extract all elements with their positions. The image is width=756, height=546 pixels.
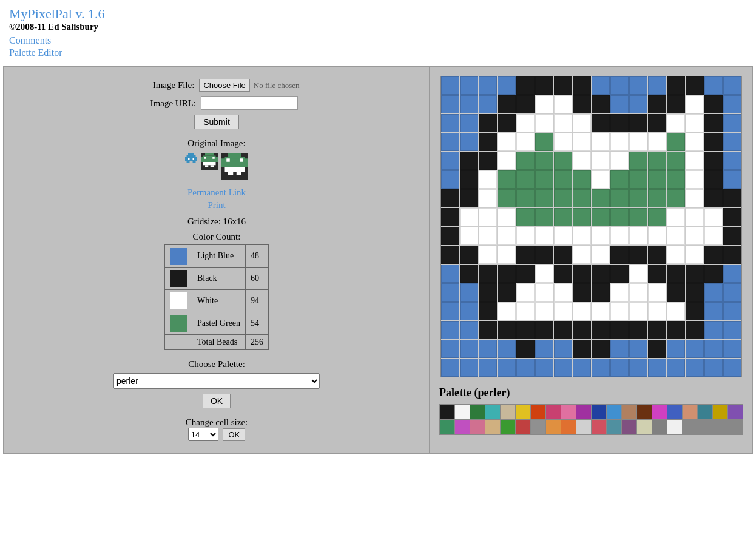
- palette-ok-button[interactable]: OK: [203, 394, 231, 408]
- palette-swatch-item[interactable]: [485, 420, 500, 434]
- pixel-cell: [460, 321, 478, 339]
- svg-rect-14: [205, 165, 208, 167]
- pixel-cell: [573, 189, 591, 207]
- palette-swatch-item[interactable]: [561, 420, 576, 434]
- palette-swatch-item[interactable]: [592, 420, 606, 434]
- palette-swatch-item[interactable]: [531, 420, 545, 434]
- palette-swatch-item[interactable]: [713, 405, 727, 419]
- palette-swatch-item[interactable]: [607, 420, 621, 434]
- palette-swatch-item[interactable]: [576, 420, 591, 434]
- pixel-cell: [498, 152, 516, 170]
- pixel-cell: [535, 340, 553, 358]
- pixel-cell: [610, 302, 629, 320]
- color-count-title: Color Count:: [22, 232, 411, 242]
- pixel-cell: [667, 359, 685, 377]
- image-url-input[interactable]: [201, 96, 298, 110]
- palette-swatch-item[interactable]: [501, 420, 515, 434]
- pixel-cell: [610, 152, 629, 170]
- pixel-cell: [554, 152, 572, 170]
- palette-swatches: [439, 404, 743, 435]
- pixel-cell: [441, 283, 459, 302]
- pixel-cell: [516, 321, 535, 339]
- pixel-cell: [723, 283, 741, 302]
- file-input-wrapper: Choose File No file chosen: [199, 79, 299, 92]
- cell-size-select[interactable]: 14 16 20 24: [188, 428, 218, 441]
- palette-swatch-item[interactable]: [546, 405, 561, 419]
- palette-swatch-item[interactable]: [652, 405, 667, 419]
- palette-swatch-item[interactable]: [546, 420, 561, 434]
- pixel-cell: [723, 189, 741, 207]
- palette-swatch-item[interactable]: [698, 405, 712, 419]
- pixel-cell: [573, 95, 591, 113]
- pixel-cell: [554, 95, 572, 113]
- palette-swatch-item[interactable]: [622, 420, 636, 434]
- pixel-cell: [723, 95, 741, 113]
- comments-link[interactable]: Comments: [9, 35, 747, 46]
- palette-swatch-item[interactable]: [455, 420, 470, 434]
- print-link[interactable]: Print: [22, 200, 411, 211]
- color-table-row: Black60: [164, 268, 268, 290]
- palette-swatch-item[interactable]: [470, 420, 485, 434]
- choose-file-button[interactable]: Choose File: [199, 79, 249, 92]
- palette-swatch-item[interactable]: [652, 420, 667, 434]
- pixel-cell: [479, 359, 497, 377]
- palette-swatch-item[interactable]: [637, 420, 652, 434]
- submit-button[interactable]: Submit: [194, 115, 239, 129]
- pixel-cell: [686, 246, 704, 264]
- color-swatch-cell: [164, 245, 192, 268]
- pixel-cell: [498, 208, 516, 226]
- palette-swatch-item[interactable]: [485, 405, 500, 419]
- palette-swatch-item[interactable]: [501, 405, 515, 419]
- pixel-cell: [516, 265, 535, 283]
- palette-swatch-item[interactable]: [592, 405, 606, 419]
- palette-swatch-item[interactable]: [516, 420, 530, 434]
- permanent-link[interactable]: Permanent Link: [22, 187, 411, 198]
- pixel-cell: [686, 359, 704, 377]
- pixel-cell: [516, 189, 535, 207]
- pixel-cell: [479, 95, 497, 113]
- pixel-cell: [610, 283, 629, 302]
- palette-swatch-item[interactable]: [531, 405, 545, 419]
- palette-swatch-item[interactable]: [683, 405, 697, 419]
- pixel-cell: [629, 265, 647, 283]
- palette-swatch-item[interactable]: [455, 405, 470, 419]
- pixel-cell: [629, 189, 647, 207]
- palette-swatch-item[interactable]: [622, 405, 636, 419]
- cell-size-label: Change cell size:: [186, 417, 248, 427]
- pixel-cell: [516, 95, 535, 113]
- palette-swatch-item[interactable]: [637, 405, 652, 419]
- choose-palette-title: Choose Palette:: [22, 359, 411, 369]
- palette-swatch-item[interactable]: [440, 405, 454, 419]
- pixel-cell: [704, 227, 723, 245]
- palette-swatch-item[interactable]: [576, 405, 591, 419]
- palette-swatch-item[interactable]: [516, 405, 530, 419]
- image-file-label: Image File:: [133, 80, 194, 90]
- palette-swatch-item[interactable]: [470, 405, 485, 419]
- pixel-cell: [667, 114, 685, 132]
- gridsize-text: Gridsize: 16x16: [22, 217, 411, 227]
- pixel-cell: [686, 340, 704, 358]
- pixel-cell: [704, 246, 723, 264]
- palette-swatch-item[interactable]: [561, 405, 576, 419]
- pixel-cell: [629, 246, 647, 264]
- palette-swatch-item[interactable]: [440, 420, 454, 434]
- pixel-cell: [648, 170, 666, 189]
- palette-swatch-item[interactable]: [607, 405, 621, 419]
- palette-swatch-item[interactable]: [667, 405, 682, 419]
- copyright: ©2008-11 Ed Salisbury: [9, 22, 747, 32]
- pixel-cell: [573, 170, 591, 189]
- total-beads-row: Total Beads256: [164, 335, 268, 350]
- pixel-cell: [686, 227, 704, 245]
- pixel-cell: [441, 133, 459, 151]
- palette-swatch-item[interactable]: [728, 405, 743, 419]
- pixel-cell: [516, 76, 535, 95]
- pixel-cell: [573, 265, 591, 283]
- color-swatch: [170, 315, 187, 332]
- cell-size-ok-button[interactable]: OK: [223, 428, 245, 441]
- palette-select[interactable]: perler artkal hama nabbi: [113, 373, 320, 389]
- pixel-cell: [723, 359, 741, 377]
- palette-editor-link[interactable]: Palette Editor: [9, 47, 747, 58]
- palette-swatch-item[interactable]: [667, 420, 682, 434]
- color-name-cell: Black: [192, 268, 245, 290]
- color-table-row: White94: [164, 290, 268, 312]
